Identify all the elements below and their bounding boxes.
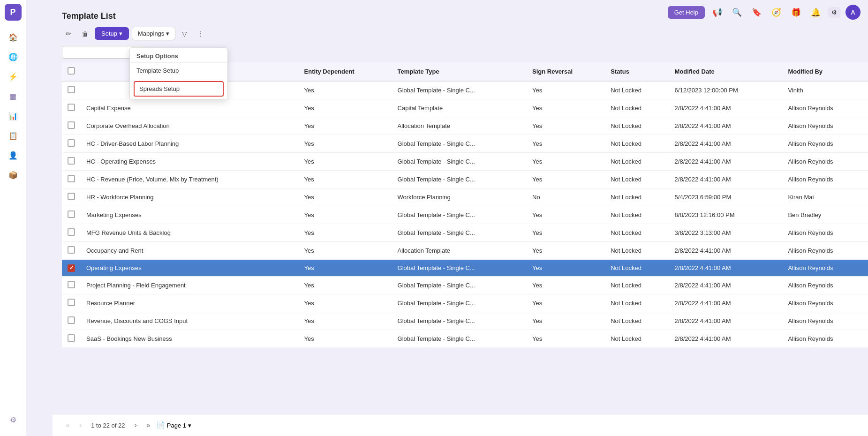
table-row[interactable]: Capital ExpenseYesCapital TemplateYesNot… [62, 99, 868, 117]
mappings-button[interactable]: Mappings ▾ [132, 27, 175, 40]
row-checkbox[interactable] [68, 193, 75, 200]
row-checkbox[interactable] [68, 334, 75, 342]
row-checkbox[interactable] [68, 121, 75, 129]
row-template-type: Global Template - Single C... [392, 260, 527, 277]
more-button[interactable]: ⋮ [194, 27, 208, 40]
row-sign-reversal: Yes [527, 312, 605, 330]
row-name: Revenue, Discounts and COGS Input [81, 312, 299, 330]
sidebar-item-settings[interactable]: ⚙ [4, 411, 22, 428]
row-checkbox[interactable] [68, 210, 75, 218]
row-modified-date: 2/8/2022 4:41:00 AM [669, 135, 783, 153]
bookmark-icon[interactable]: 🔖 [749, 5, 764, 20]
table-row[interactable]: Resource PlannerYesGlobal Template - Sin… [62, 294, 868, 312]
dropdown-header: Setup Options [130, 48, 227, 63]
sidebar-bottom: ⚙ [4, 411, 22, 436]
col-sign-reversal: Sign Reversal [527, 62, 605, 81]
table-row[interactable]: HC - Driver-Based Labor PlanningYesGloba… [62, 135, 868, 153]
sidebar-item-home[interactable]: 🏠 [4, 28, 22, 46]
row-name: HC - Revenue (Price, Volume, Mix by Trea… [81, 171, 299, 188]
sidebar-item-package[interactable]: 📦 [4, 166, 22, 184]
row-entity-dependent: Yes [299, 294, 392, 312]
row-checkbox[interactable] [68, 139, 75, 147]
row-modified-by: Allison Reynolds [782, 294, 868, 312]
row-modified-date: 2/8/2022 4:41:00 AM [669, 312, 783, 330]
row-checkbox[interactable] [68, 316, 75, 324]
table-row[interactable]: Operating ExpensesYesGlobal Template - S… [62, 260, 868, 277]
sidebar-item-chart[interactable]: 📊 [4, 107, 22, 125]
dropdown-item-template-setup[interactable]: Template Setup [130, 63, 227, 78]
row-checkbox[interactable] [68, 157, 75, 165]
megaphone-icon[interactable]: 📢 [709, 5, 725, 20]
table-row[interactable]: Project Planning - Field EngagementYesGl… [62, 276, 868, 294]
setup-button[interactable]: Setup ▾ [95, 27, 129, 40]
row-status: Not Locked [605, 117, 669, 135]
row-entity-dependent: Yes [299, 188, 392, 206]
row-entity-dependent: Yes [299, 276, 392, 294]
bell-icon[interactable]: 🔔 [808, 5, 823, 20]
row-template-type: Global Template - Single C... [392, 330, 527, 347]
row-checkbox[interactable] [68, 299, 75, 306]
table-row[interactable]: Marketing ExpensesYesGlobal Template - S… [62, 206, 868, 224]
sidebar-item-user[interactable]: 👤 [4, 146, 22, 164]
row-template-type: Global Template - Single C... [392, 153, 527, 171]
row-checkbox[interactable] [68, 175, 75, 182]
row-modified-date: 2/8/2022 4:41:00 AM [669, 330, 783, 347]
sidebar-item-list[interactable]: 📋 [4, 127, 22, 144]
row-checkbox[interactable] [68, 264, 75, 272]
col-status: Status [605, 62, 669, 81]
row-modified-by: Allison Reynolds [782, 330, 868, 347]
gear-button[interactable]: ⚙ [828, 7, 841, 18]
sidebar-item-bolt[interactable]: ⚡ [4, 68, 22, 85]
row-modified-by: Allison Reynolds [782, 117, 868, 135]
row-sign-reversal: Yes [527, 171, 605, 188]
row-modified-by: Allison Reynolds [782, 312, 868, 330]
table-row[interactable]: Corporate Overhead AllocationYesAllocati… [62, 117, 868, 135]
prev-page-button[interactable]: ‹ [75, 419, 85, 431]
row-sign-reversal: Yes [527, 276, 605, 294]
row-checkbox[interactable] [68, 246, 75, 254]
gear-icon: ⚙ [831, 9, 837, 16]
table-row[interactable]: Occupancy and RentYesAllocation Template… [62, 242, 868, 260]
row-checkbox[interactable] [68, 104, 75, 111]
row-template-type: Global Template - Single C... [392, 171, 527, 188]
compass-icon[interactable]: 🧭 [769, 5, 784, 20]
row-sign-reversal: Yes [527, 135, 605, 153]
row-modified-date: 2/8/2022 4:41:00 AM [669, 242, 783, 260]
header-checkbox[interactable] [68, 67, 75, 75]
row-checkbox[interactable] [68, 228, 75, 236]
row-status: Not Locked [605, 153, 669, 171]
get-help-button[interactable]: Get Help [668, 6, 705, 19]
filter-button[interactable]: ▽ [178, 27, 191, 40]
row-status: Not Locked [605, 224, 669, 242]
next-page-button[interactable]: › [131, 419, 141, 431]
row-status: Not Locked [605, 99, 669, 117]
row-sign-reversal: No [527, 188, 605, 206]
edit-button[interactable]: ✏ [62, 27, 75, 40]
row-sign-reversal: Yes [527, 117, 605, 135]
table-row[interactable]: HC - Operating ExpensesYesGlobal Templat… [62, 153, 868, 171]
sidebar-item-globe[interactable]: 🌐 [4, 48, 22, 66]
row-entity-dependent: Yes [299, 330, 392, 347]
page-dropdown-icon[interactable]: ▾ [188, 422, 191, 429]
delete-icon: 🗑 [82, 30, 88, 38]
row-status: Not Locked [605, 242, 669, 260]
gift-icon[interactable]: 🎁 [788, 5, 803, 20]
row-checkbox[interactable] [68, 281, 75, 288]
row-template-type: Capital Template [392, 99, 527, 117]
avatar[interactable]: A [845, 5, 860, 20]
row-checkbox[interactable] [68, 86, 75, 93]
table-row[interactable]: SaaS - Bookings New BusinessYesGlobal Te… [62, 330, 868, 347]
delete-button[interactable]: 🗑 [78, 27, 92, 40]
row-entity-dependent: Yes [299, 135, 392, 153]
last-page-button[interactable]: » [143, 419, 154, 431]
first-page-button[interactable]: « [62, 419, 74, 431]
row-template-type: Allocation Template [392, 242, 527, 260]
table-row[interactable]: MFG Revenue Units & BacklogYesGlobal Tem… [62, 224, 868, 242]
dropdown-item-spreads-setup[interactable]: Spreads Setup [134, 81, 224, 97]
search-icon[interactable]: 🔍 [729, 5, 744, 20]
table-row[interactable]: Revenue, Discounts and COGS InputYesGlob… [62, 312, 868, 330]
row-modified-date: 2/8/2022 4:41:00 AM [669, 117, 783, 135]
table-row[interactable]: HR - Workforce PlanningYesWorkforce Plan… [62, 188, 868, 206]
table-row[interactable]: HC - Revenue (Price, Volume, Mix by Trea… [62, 171, 868, 188]
sidebar-item-grid[interactable]: ▦ [4, 87, 22, 105]
